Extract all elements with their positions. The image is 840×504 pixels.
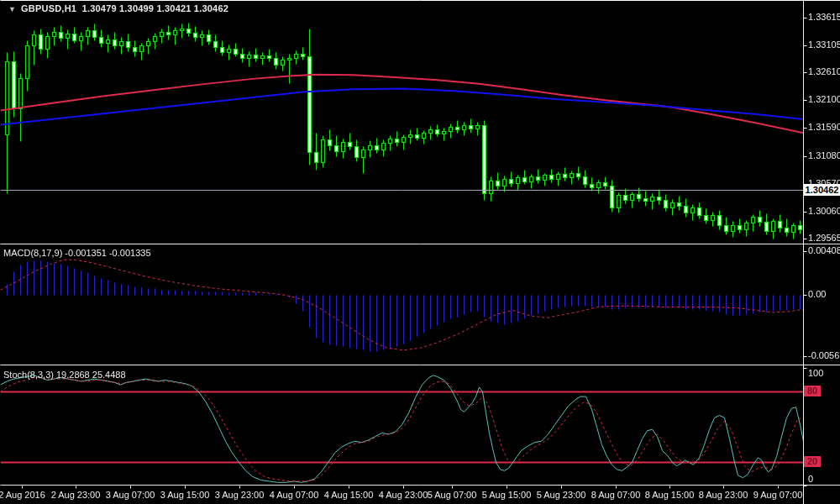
time-axis-label: 8 Aug 15:00: [643, 490, 696, 500]
time-axis-label: 2 Aug 23:00: [49, 490, 102, 500]
pane-separator-macd[interactable]: [0, 243, 840, 245]
price-axis-label: 1.33105: [808, 39, 840, 50]
price-axis-label: 1.32100: [808, 94, 840, 104]
macd-axis-label: 0.00: [808, 289, 826, 299]
stoch-indicator-label: Stoch(8,3,3) 19.2868 25.4488: [3, 370, 126, 380]
stoch-axis-label: 0: [808, 474, 813, 484]
time-axis-label: 3 Aug 07:00: [103, 490, 157, 500]
time-axis-label: 4 Aug 23:00: [376, 490, 430, 500]
time-axis-label: 8 Aug 07:00: [589, 490, 643, 500]
time-axis-label: 4 Aug 15:00: [322, 490, 375, 500]
macd-indicator-label: MACD(8,17,9) -0.001351 -0.001335: [3, 248, 151, 258]
chart-title: ▼GBPUSD,H1 1.30479 1.30499 1.30421 1.304…: [8, 3, 228, 13]
time-axis-label: 3 Aug 23:00: [213, 490, 266, 500]
time-axis-label: 5 Aug 23:00: [534, 490, 588, 500]
time-axis-label: 9 Aug 07:00: [751, 490, 805, 500]
macd-axis-label: -0.005679: [808, 350, 840, 360]
macd-axis-label: 0.004084: [808, 245, 840, 255]
pane-separator-stoch[interactable]: [0, 364, 840, 366]
price-axis-label: 1.31590: [808, 122, 840, 132]
mt4-chart-window: ▼GBPUSD,H1 1.30479 1.30499 1.30421 1.304…: [0, 0, 840, 504]
ohlc-values: 1.30479 1.30499 1.30421 1.30462: [82, 3, 228, 13]
stoch-level-badge: 80: [804, 386, 821, 396]
time-axis-label: 4 Aug 07:00: [267, 490, 321, 500]
time-axis-label: 8 Aug 23:00: [696, 490, 750, 500]
price-axis-label: 1.32610: [808, 66, 840, 76]
time-axis-label: 3 Aug 15:00: [158, 490, 212, 500]
symbol-period-label: GBPUSD,H1: [21, 3, 76, 13]
price-axis-label: 1.30570: [808, 178, 840, 188]
symbol-dropdown-icon[interactable]: ▼: [8, 5, 16, 13]
price-axis-label: 1.29565: [808, 233, 840, 243]
stoch-axis-label: 100: [808, 368, 823, 378]
stoch-level-badge: 20: [804, 456, 821, 467]
price-axis-label: 1.33615: [808, 12, 840, 22]
time-axis-label: 5 Aug 15:00: [480, 490, 533, 500]
time-axis-label: 5 Aug 07:00: [425, 490, 479, 500]
price-axis-label: 1.31080: [808, 150, 840, 160]
time-axis-label: 2 Aug 2016: [0, 490, 49, 500]
price-axis-label: 1.30060: [808, 206, 840, 216]
